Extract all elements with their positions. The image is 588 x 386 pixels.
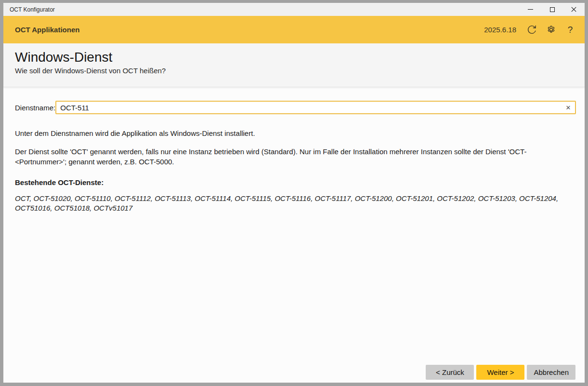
version-label: 2025.6.18 bbox=[484, 26, 516, 34]
help-icon: ? bbox=[568, 25, 573, 35]
service-name-input[interactable] bbox=[55, 101, 576, 114]
help-button[interactable]: ? bbox=[561, 20, 580, 40]
minimize-button[interactable] bbox=[520, 3, 541, 16]
service-name-input-wrap: ✕ bbox=[55, 101, 576, 114]
service-name-row: Dienstname: ✕ bbox=[12, 101, 576, 114]
service-name-label: Dienstname: bbox=[12, 104, 55, 112]
refresh-button[interactable] bbox=[522, 20, 541, 40]
appbar-title: OCT Applikationen bbox=[15, 26, 79, 34]
existing-services-list: OCT, OCT-51020, OCT-51110, OCT-51112, OC… bbox=[12, 194, 573, 213]
next-button[interactable]: Weiter > bbox=[476, 365, 524, 380]
minimize-icon bbox=[528, 9, 533, 10]
titlebar: OCT Konfigurator bbox=[3, 3, 585, 16]
window-title: OCT Konfigurator bbox=[3, 6, 55, 13]
close-button[interactable] bbox=[563, 3, 585, 16]
appbar: OCT Applikationen 2025.6.18 ? bbox=[3, 16, 585, 43]
app-window: OCT Konfigurator OCT Applikationen 2025.… bbox=[0, 0, 588, 386]
refresh-icon bbox=[527, 25, 537, 35]
maximize-icon bbox=[550, 7, 555, 12]
maximize-button[interactable] bbox=[541, 3, 563, 16]
clear-input-button[interactable]: ✕ bbox=[563, 103, 573, 112]
gear-icon bbox=[546, 25, 556, 35]
cancel-button[interactable]: Abbrechen bbox=[527, 365, 575, 380]
page-title: Windows-Dienst bbox=[15, 50, 573, 65]
window-controls bbox=[520, 3, 585, 16]
appbar-actions: 2025.6.18 ? bbox=[484, 20, 580, 40]
info-paragraph-2: Der Dienst sollte 'OCT' genannt werden, … bbox=[12, 147, 573, 167]
close-icon bbox=[571, 7, 576, 12]
settings-button[interactable] bbox=[541, 20, 561, 40]
existing-services-heading: Bestehende OCT-Dienste: bbox=[12, 178, 576, 187]
wizard-footer: < Zurück Weiter > Abbrechen bbox=[426, 365, 575, 380]
page-subtitle: Wie soll der Windows-Dienst von OCT heiß… bbox=[15, 67, 573, 75]
clear-icon: ✕ bbox=[566, 104, 571, 111]
page-content: Dienstname: ✕ Unter dem Dienstnamen wird… bbox=[3, 87, 585, 383]
page-header: Windows-Dienst Wie soll der Windows-Dien… bbox=[3, 43, 585, 87]
info-paragraph-1: Unter dem Dienstnamen wird die Applikati… bbox=[12, 129, 576, 138]
back-button[interactable]: < Zurück bbox=[426, 365, 474, 380]
